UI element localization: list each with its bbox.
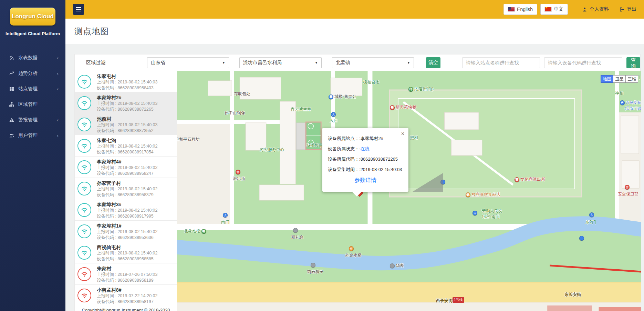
map-poi-label: 外金水桥	[345, 252, 362, 258]
police-icon: 警	[236, 170, 240, 174]
map-poi-label: 劳动人民文	[482, 208, 502, 214]
parameter-detail-link[interactable]: 参数详情	[354, 177, 376, 183]
popup-status-row: 设备所属状态：:在线	[328, 145, 403, 156]
china-flag-icon	[545, 7, 551, 11]
map-poi-label: 观礼台	[291, 234, 304, 240]
map-poi-label: 南门	[221, 219, 229, 225]
station-list-item[interactable]: 朱家屯村 上报时间 : 2019-08-02 15:40:03 设备代码 : 8…	[75, 71, 177, 92]
search-button[interactable]: 查询	[626, 57, 640, 68]
sidebar-item-user-management[interactable]: 用户管理 ‹	[0, 128, 65, 143]
sidebar-item-region-management[interactable]: 区域管理	[0, 97, 65, 112]
logout-link[interactable]: 登出	[619, 6, 636, 12]
map-poi-label: 北斗七松松	[184, 228, 206, 234]
logo: Longrun Cloud	[10, 8, 55, 26]
wifi-online-icon	[77, 139, 91, 153]
security-icon: 警	[625, 185, 630, 190]
province-select[interactable]: 山东省▼	[147, 57, 229, 68]
caret-down-icon: ▼	[315, 61, 318, 64]
map-road-label: 东长安街	[564, 292, 581, 298]
sidebar-item-label: 水表数据	[18, 55, 38, 61]
police-icon: 警	[515, 177, 519, 182]
logo-text: Longrun Cloud	[12, 13, 54, 20]
map-poi-label: 游客服务中心	[260, 147, 284, 153]
wifi-online-icon	[77, 203, 91, 217]
us-flag-icon	[508, 7, 515, 11]
map-type-map-button[interactable]: 地图	[601, 75, 613, 83]
map-poi-label: 神柏	[615, 90, 623, 96]
station-list-item[interactable]: 李家埠村1# 上报时间 : 2019-08-02 15:40:02 设备代码 :…	[75, 221, 177, 242]
profile-link[interactable]: 个人资料	[582, 6, 609, 12]
wifi-online-icon	[77, 246, 91, 260]
wifi-online-icon	[77, 224, 91, 238]
menu-toggle-button[interactable]	[73, 4, 84, 15]
town-select[interactable]: 北孟镇▼	[332, 57, 414, 68]
sidebar-item-alarm-management[interactable]: 警报管理 ‹	[0, 112, 65, 128]
statue-icon	[311, 263, 315, 268]
page-title: 测点地图	[74, 26, 109, 37]
station-list-item[interactable]: 西祝仙屯村 上报时间 : 2019-08-02 15:40:02 设备代码 : …	[75, 242, 177, 263]
map-poi-label: 东2门	[585, 219, 596, 225]
station-list-item[interactable]: 朱家七沟 上报时间 : 2019-08-02 15:40:02 设备代码 : 8…	[75, 135, 177, 157]
wifi-online-icon	[77, 118, 91, 131]
user-icon	[582, 7, 587, 12]
chevron-left-icon: ‹	[57, 71, 59, 76]
station-list-item-offline[interactable]: 小南孟村8# 上报时间 : 2019-07-22 14:20:02 设备代码 :…	[75, 285, 177, 306]
map-poi-label: 照相	[410, 135, 418, 141]
map-type-satellite-button[interactable]: 卫星	[613, 75, 626, 83]
map-poi-label: 票城楼-售票处	[329, 94, 356, 100]
map-poi-label: 安全保卫部	[618, 191, 638, 197]
chevron-left-icon: ‹	[57, 55, 59, 60]
gate-icon: 门	[408, 87, 413, 92]
sidebar-item-water-data[interactable]: 水表数据 ‹	[0, 50, 65, 66]
map-canvas[interactable]: 地图 卫星 三维 存取包处 槐柏合抱 门五色门 门太庙街门() 神柏 票城楼-售…	[177, 71, 641, 311]
station-list-item[interactable]: 孙家营子村 上报时间 : 2019-08-02 15:40:02 设备代码 : …	[75, 178, 177, 199]
gate-icon: 入	[589, 212, 594, 217]
rss-icon	[9, 55, 14, 61]
gate-icon: 入	[223, 213, 228, 218]
wifi-online-icon	[77, 96, 91, 110]
sidebar: Longrun Cloud Intelligent Cloud Platform…	[0, 0, 65, 311]
station-list-item[interactable]: 李家埠村3# 上报时间 : 2019-08-02 15:40:02 设备代码 :…	[75, 199, 177, 221]
chevron-left-icon: ‹	[57, 133, 59, 138]
map-type-3d-button[interactable]: 三维	[625, 75, 638, 83]
warning-icon	[9, 117, 14, 123]
station-list-item-offline[interactable]: 朱家村 上报时间 : 2019-07-26 07:50:03 设备代码 : 86…	[75, 263, 177, 285]
station-list-item-selected[interactable]: 李家埠村2# 上报时间 : 2019-08-02 15:40:03 设备代码 :…	[75, 92, 177, 114]
sidebar-item-label: 警报管理	[18, 117, 38, 123]
wifi-online-icon	[77, 182, 91, 195]
map-poi-label: 入口	[330, 118, 338, 124]
map-poi-label: 警文化宫派出所	[515, 177, 545, 182]
map-poi-label: 存取包处	[234, 91, 250, 97]
map-poi-label: (天安门)城管分局	[625, 106, 641, 111]
sidebar-item-station-management[interactable]: 站点管理 ‹	[0, 81, 65, 97]
sidebar-item-trend-analysis[interactable]: 趋势分析 ‹	[0, 66, 65, 81]
tree-icon: 松	[201, 229, 206, 234]
chevron-left-icon: ‹	[57, 86, 59, 91]
station-name-search-input[interactable]	[462, 57, 540, 68]
clear-button[interactable]: 清空	[426, 57, 440, 68]
station-list-item[interactable]: 池前村 上报时间 : 2019-08-02 15:40:03 设备代码 : 86…	[75, 114, 177, 135]
map-poi-label: 化宫-南门	[482, 214, 500, 220]
sidebar-menu: 水表数据 ‹ 趋势分析 ‹ 站点管理 ‹ 区域管理 警报管理 ‹	[0, 50, 65, 143]
popup-close-button[interactable]: ×	[401, 131, 404, 137]
filter-row: 区域过滤 山东省▼ 潍坊市昌邑水利局▼ 北孟镇▼ 清空 查询	[75, 54, 640, 71]
topbar: English 中文 个人资料 登出	[65, 0, 644, 19]
device-code-search-input[interactable]	[544, 57, 622, 68]
language-english-button[interactable]: English	[503, 4, 537, 15]
bureau-select[interactable]: 潍坊市昌邑水利局▼	[239, 57, 322, 68]
monument-icon	[390, 263, 395, 268]
restaurant-icon: 餐	[390, 105, 395, 110]
popup-station-row: 设备所属站点：:李家埠村2#	[328, 135, 403, 145]
title-band: 测点地图	[65, 19, 644, 44]
app-window: Longrun Cloud Intelligent Cloud Platform…	[0, 0, 644, 311]
logo-subtitle: Intelligent Cloud Platform	[0, 31, 65, 36]
wifi-online-icon	[77, 75, 91, 89]
station-list-item[interactable]: 李家埠村4# 上报时间 : 2019-08-02 15:40:02 设备代码 :…	[75, 157, 177, 178]
users-icon	[9, 133, 14, 138]
map-poi-label: 华表	[390, 263, 404, 269]
copyright: Copyright@longrun Instrument © 2018-2020	[75, 308, 177, 311]
map-poi-label: 餐新天苑快餐	[390, 104, 416, 110]
map-poi-label: 槐柏合抱	[363, 79, 380, 85]
language-chinese-button[interactable]: 中文	[540, 4, 568, 15]
station-list: 朱家屯村 上报时间 : 2019-08-02 15:40:03 设备代码 : 8…	[75, 71, 177, 307]
